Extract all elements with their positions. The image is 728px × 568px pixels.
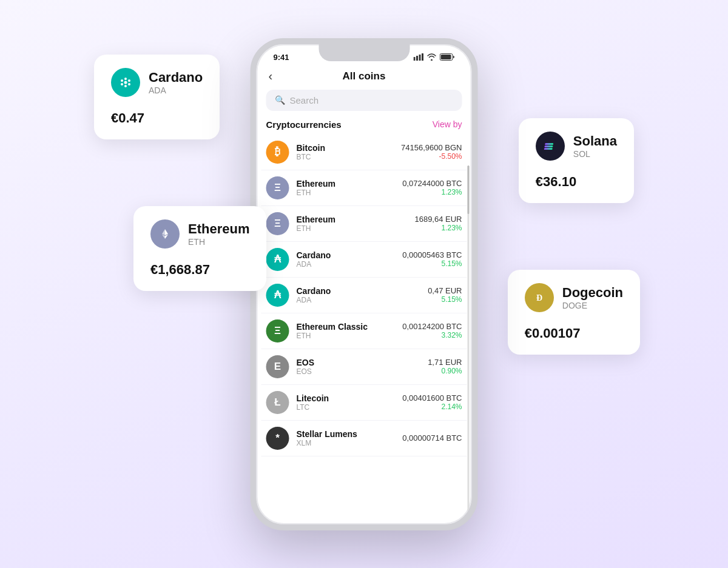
coin-symbol: EOS: [297, 367, 421, 376]
coin-name: Litecoin: [297, 393, 396, 403]
view-by-button[interactable]: View by: [433, 119, 462, 129]
coin-list-icon: Ł: [266, 391, 289, 414]
solana-card-symbol: SOL: [573, 149, 617, 159]
svg-rect-15: [544, 145, 553, 147]
coin-list-icon: Ξ: [266, 319, 289, 342]
cardano-card-price: €0.47: [111, 110, 203, 126]
status-icons: [414, 53, 455, 61]
coin-name: Cardano: [297, 250, 396, 260]
cardano-card: Cardano ADA €0.47: [94, 55, 220, 139]
coin-symbol: ETH: [297, 189, 396, 197]
phone-mockup: 9:41: [251, 38, 478, 530]
solana-card-price: €36.10: [536, 174, 617, 190]
coin-values: 0,00401600 BTC 2.14%: [402, 393, 462, 411]
scrollbar: [468, 165, 470, 518]
coin-name: Ethereum: [297, 179, 396, 189]
dogecoin-card-price: €0.00107: [525, 326, 623, 341]
coin-list-icon: E: [266, 355, 289, 378]
coin-values: 0,00124200 BTC 3.32%: [402, 322, 462, 339]
coin-name: Ethereum: [297, 215, 408, 224]
coin-list-icon: *: [266, 427, 289, 450]
coin-change: -5.50%: [401, 152, 462, 161]
coin-row[interactable]: Ξ Ethereum Classic ETH 0,00124200 BTC 3.…: [261, 313, 467, 349]
coin-symbol: XLM: [297, 439, 396, 447]
phone-screen: 9:41: [251, 38, 478, 530]
coin-change: 1.23%: [402, 188, 462, 196]
coin-list-icon: ₿: [266, 141, 289, 164]
coin-row[interactable]: E EOS EOS 1,71 EUR 0.90%: [261, 349, 467, 385]
coin-values: 74156,9600 BGN -5.50%: [401, 143, 462, 161]
coin-row[interactable]: Ł Litecoin LTC 0,00401600 BTC 2.14%: [261, 385, 467, 421]
coin-info: EOS EOS: [297, 358, 421, 376]
coin-amount: 0,00124200 BTC: [402, 322, 462, 331]
section-header: Cryptocurrencies View by: [257, 117, 472, 135]
ethereum-card-icon: [150, 219, 180, 249]
svg-rect-24: [441, 55, 451, 59]
ethereum-card-symbol: ETH: [188, 237, 249, 247]
coin-row[interactable]: * Stellar Lumens XLM 0,00000714 BTC: [261, 421, 467, 456]
coin-amount: 74156,9600 BGN: [401, 143, 462, 152]
phone-notch: [318, 44, 410, 61]
signal-icon: [414, 53, 424, 61]
dogecoin-card-name: Dogecoin: [562, 285, 623, 301]
solana-card-name: Solana: [573, 133, 617, 149]
coin-info: Stellar Lumens XLM: [297, 429, 396, 447]
coin-values: 0,00005463 BTC 5.15%: [402, 250, 462, 268]
coin-change: 0.90%: [428, 367, 462, 375]
svg-rect-14: [545, 143, 554, 145]
svg-point-2: [124, 85, 127, 87]
coin-values: 0,47 EUR 5.15%: [428, 286, 462, 304]
back-button[interactable]: ‹: [269, 69, 273, 83]
coin-row[interactable]: ₿ Bitcoin BTC 74156,9600 BGN -5.50%: [261, 135, 467, 170]
search-bar[interactable]: 🔍 Search: [266, 90, 462, 111]
coin-list-icon: ₳: [266, 248, 289, 271]
svg-point-7: [124, 81, 127, 84]
ethereum-card-price: €1,668.87: [150, 262, 249, 278]
coin-row[interactable]: ₳ Cardano ADA 0,00005463 BTC 5.15%: [261, 242, 467, 278]
coin-values: 0,07244000 BTC 1.23%: [402, 179, 462, 196]
coin-symbol: ADA: [297, 260, 396, 269]
svg-point-4: [128, 79, 130, 82]
coin-row[interactable]: Ξ Ethereum ETH 1689,64 EUR 1.23%: [261, 206, 467, 242]
coin-amount: 0,00005463 BTC: [402, 250, 462, 259]
battery-icon: [440, 53, 455, 61]
dogecoin-card-symbol: DOGE: [562, 301, 623, 310]
coin-list: ₿ Bitcoin BTC 74156,9600 BGN -5.50% Ξ Et…: [257, 135, 472, 456]
solana-card-icon: [536, 132, 565, 161]
coin-change: 5.15%: [402, 259, 462, 268]
coin-symbol: LTC: [297, 403, 396, 412]
coin-name: Ethereum Classic: [297, 322, 396, 332]
ethereum-card: Ethereum ETH €1,668.87: [133, 206, 266, 291]
dogecoin-card-icon: Ð: [525, 283, 554, 312]
coin-symbol: ETH: [297, 332, 396, 340]
cardano-card-symbol: ADA: [149, 85, 203, 95]
coin-info: Bitcoin BTC: [297, 143, 394, 161]
svg-point-6: [128, 83, 130, 85]
coin-amount: 0,00000714 BTC: [402, 433, 462, 443]
coin-info: Ethereum ETH: [297, 179, 396, 197]
coin-info: Litecoin LTC: [297, 393, 396, 412]
scroll-thumb: [468, 165, 470, 214]
svg-rect-21: [419, 55, 421, 61]
coin-row[interactable]: ₳ Cardano ADA 0,47 EUR 5.15%: [261, 278, 467, 313]
coin-values: 1689,64 EUR 1.23%: [414, 215, 462, 232]
coin-change: 3.32%: [402, 331, 462, 339]
coin-row[interactable]: Ξ Ethereum ETH 0,07244000 BTC 1.23%: [261, 170, 467, 206]
svg-point-5: [121, 83, 123, 85]
coin-symbol: BTC: [297, 153, 394, 161]
coin-amount: 0,00401600 BTC: [402, 393, 462, 403]
svg-rect-20: [416, 56, 418, 61]
ethereum-card-name: Ethereum: [188, 221, 249, 237]
coin-change: 5.15%: [428, 295, 462, 304]
time-display: 9:41: [274, 53, 289, 62]
coin-info: Ethereum Classic ETH: [297, 322, 396, 340]
coin-list-icon: Ξ: [266, 212, 289, 235]
coin-values: 1,71 EUR 0.90%: [428, 358, 462, 375]
svg-rect-22: [422, 53, 423, 61]
coin-list-icon: Ξ: [266, 176, 289, 199]
wifi-icon: [427, 53, 437, 61]
cardano-card-name: Cardano: [149, 70, 203, 85]
cardano-card-icon: [111, 68, 140, 97]
screen-title: All coins: [343, 70, 386, 82]
coin-list-icon: ₳: [266, 284, 289, 307]
